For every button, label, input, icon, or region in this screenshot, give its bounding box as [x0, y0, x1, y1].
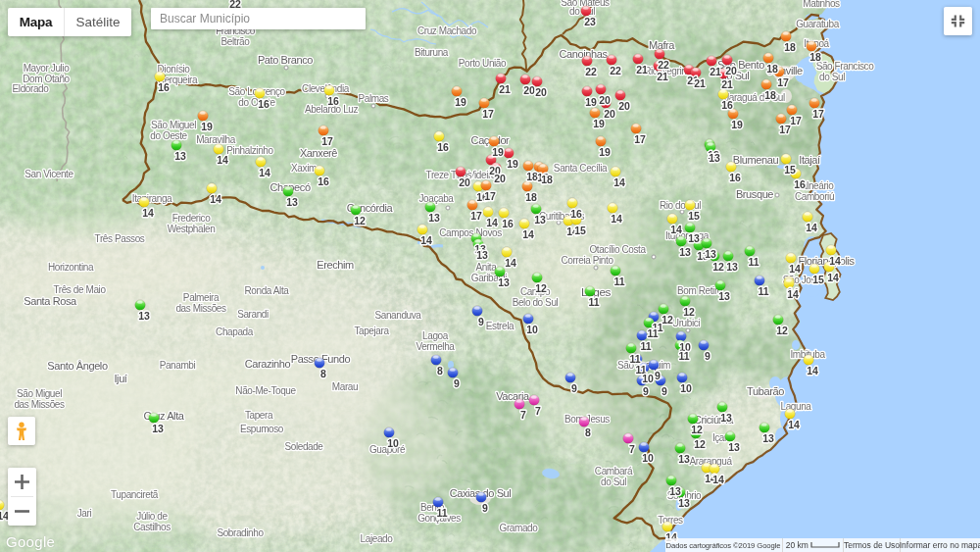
- svg-text:13: 13: [726, 261, 738, 273]
- svg-text:17: 17: [790, 115, 802, 126]
- svg-text:16: 16: [721, 99, 733, 111]
- svg-text:10: 10: [387, 437, 399, 449]
- svg-text:14: 14: [670, 224, 682, 235]
- svg-text:17: 17: [779, 124, 791, 135]
- svg-text:21: 21: [499, 83, 511, 95]
- svg-text:13: 13: [728, 441, 740, 453]
- svg-text:Tapera: Tapera: [245, 410, 273, 421]
- svg-text:Sarandi: Sarandi: [237, 309, 269, 320]
- svg-text:12: 12: [694, 438, 706, 450]
- svg-text:21: 21: [710, 66, 721, 77]
- svg-text:10: 10: [642, 373, 654, 384]
- svg-text:10: 10: [680, 382, 692, 394]
- svg-text:13: 13: [709, 152, 720, 164]
- svg-text:Urubici: Urubici: [672, 318, 700, 328]
- svg-text:Erechim: Erechim: [317, 259, 354, 271]
- svg-text:13: 13: [678, 453, 690, 465]
- svg-text:12: 12: [691, 424, 703, 435]
- svg-text:11: 11: [640, 340, 651, 352]
- svg-text:14: 14: [712, 474, 724, 485]
- svg-text:13: 13: [679, 246, 691, 258]
- svg-text:19: 19: [492, 146, 504, 158]
- svg-text:16: 16: [729, 172, 741, 183]
- svg-text:Laguna: Laguna: [781, 401, 812, 412]
- svg-text:Castilhos: Castilhos: [133, 522, 171, 532]
- svg-text:14: 14: [259, 167, 270, 178]
- svg-text:7: 7: [535, 405, 541, 417]
- svg-text:Santo Ângelo: Santo Ângelo: [47, 360, 108, 372]
- svg-text:Três de Maio: Três de Maio: [53, 284, 106, 295]
- svg-text:17: 17: [634, 133, 646, 145]
- svg-text:Bituruna: Bituruna: [415, 47, 449, 58]
- svg-text:15: 15: [574, 225, 586, 236]
- svg-text:13: 13: [138, 310, 150, 322]
- svg-text:20: 20: [618, 100, 630, 112]
- svg-text:12: 12: [683, 306, 695, 318]
- svg-text:Maravilha: Maravilha: [196, 134, 236, 145]
- svg-text:11: 11: [613, 276, 624, 287]
- svg-text:16: 16: [570, 208, 582, 220]
- svg-text:Matinhos: Matinhos: [803, 0, 840, 9]
- svg-text:22: 22: [658, 59, 669, 71]
- svg-text:19: 19: [455, 96, 466, 108]
- svg-text:15: 15: [812, 274, 824, 285]
- svg-text:Vacaria: Vacaria: [496, 390, 530, 402]
- svg-text:20: 20: [494, 173, 506, 184]
- svg-text:19: 19: [599, 146, 611, 158]
- svg-text:Beltrão: Beltrão: [221, 36, 251, 47]
- svg-text:13: 13: [678, 497, 690, 509]
- svg-text:Sobradinho: Sobradinho: [217, 527, 264, 538]
- svg-text:Mafra: Mafra: [649, 39, 675, 51]
- svg-text:Pato Branco: Pato Branco: [258, 54, 313, 66]
- svg-text:13: 13: [762, 432, 774, 444]
- svg-text:Lagoa: Lagoa: [422, 330, 449, 341]
- svg-text:16: 16: [502, 218, 514, 229]
- svg-text:Belo do Sul: Belo do Sul: [513, 297, 559, 308]
- svg-text:Blumenau: Blumenau: [733, 154, 779, 166]
- svg-text:12: 12: [776, 325, 788, 336]
- svg-text:Ijuí: Ijuí: [114, 373, 126, 384]
- svg-text:8: 8: [585, 427, 591, 438]
- svg-text:13: 13: [688, 232, 700, 244]
- svg-text:13: 13: [705, 248, 716, 260]
- svg-text:13: 13: [152, 423, 164, 434]
- svg-text:14: 14: [789, 263, 801, 275]
- svg-text:Frederico: Frederico: [172, 213, 211, 224]
- svg-text:São Miguel: São Miguel: [151, 120, 196, 130]
- svg-text:13: 13: [669, 485, 681, 497]
- svg-text:12: 12: [662, 314, 673, 326]
- svg-text:18: 18: [764, 89, 776, 101]
- svg-text:14: 14: [829, 255, 841, 267]
- svg-text:14: 14: [827, 272, 839, 283]
- svg-text:Panambi: Panambi: [160, 360, 196, 371]
- svg-text:11: 11: [588, 296, 599, 308]
- svg-text:8: 8: [437, 365, 443, 376]
- svg-text:17: 17: [482, 108, 494, 120]
- svg-text:Correia Pinto: Correia Pinto: [561, 255, 613, 266]
- svg-text:13: 13: [174, 150, 186, 162]
- svg-text:15: 15: [688, 210, 700, 222]
- svg-text:11: 11: [678, 350, 689, 362]
- svg-text:14: 14: [613, 176, 625, 188]
- svg-text:17: 17: [777, 76, 789, 88]
- svg-text:Campos Novos: Campos Novos: [439, 227, 502, 238]
- svg-text:9: 9: [643, 385, 649, 397]
- svg-text:17: 17: [321, 135, 333, 147]
- svg-text:19: 19: [585, 96, 597, 108]
- svg-text:11: 11: [758, 285, 768, 297]
- svg-text:San Vicente: San Vicente: [24, 169, 74, 179]
- svg-text:19: 19: [201, 121, 213, 132]
- svg-text:22: 22: [610, 65, 621, 76]
- svg-text:14: 14: [142, 207, 154, 219]
- svg-text:9: 9: [454, 377, 460, 389]
- svg-text:14: 14: [420, 234, 432, 246]
- svg-text:Santa Cecília: Santa Cecília: [554, 163, 608, 174]
- svg-text:14: 14: [217, 154, 228, 166]
- svg-text:Chapada: Chapada: [216, 326, 254, 337]
- svg-text:7: 7: [629, 443, 635, 455]
- svg-text:14: 14: [486, 217, 498, 228]
- svg-text:19: 19: [593, 118, 605, 129]
- svg-text:14: 14: [806, 222, 817, 233]
- svg-text:20: 20: [725, 65, 737, 76]
- svg-text:18: 18: [541, 174, 553, 185]
